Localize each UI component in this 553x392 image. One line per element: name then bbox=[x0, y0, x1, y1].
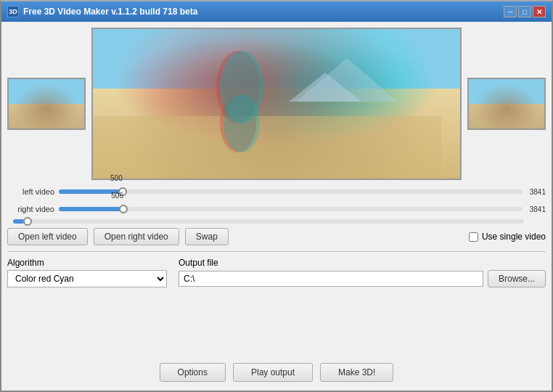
left-video-row: left video 500 3841 bbox=[7, 184, 546, 199]
open-right-video-button[interactable]: Open right video bbox=[94, 228, 179, 245]
output-row: Browse... bbox=[179, 270, 546, 287]
algorithm-select[interactable]: Color red Cyan Half Color Grayscale Opti… bbox=[7, 270, 167, 287]
algorithm-group: Algorithm Color red Cyan Half Color Gray… bbox=[7, 258, 167, 287]
right-video-row: right video 506 3841 bbox=[7, 202, 546, 216]
left-thumb-image bbox=[9, 79, 84, 128]
single-slider[interactable] bbox=[13, 219, 524, 224]
use-single-video-checkbox[interactable] bbox=[469, 232, 478, 242]
left-video-max: 3841 bbox=[530, 188, 546, 196]
algo-section: Algorithm Color red Cyan Half Color Gray… bbox=[7, 258, 546, 287]
output-file-label: Output file bbox=[179, 258, 546, 268]
swap-button[interactable]: Swap bbox=[185, 228, 229, 245]
right-video-slider-container: 506 bbox=[59, 202, 523, 216]
main-preview bbox=[91, 28, 462, 180]
single-slider-row bbox=[7, 219, 546, 224]
buttons-row: Open left video Open right video Swap Us… bbox=[7, 228, 546, 245]
left-thumbnail bbox=[7, 78, 86, 130]
right-video-label: right video bbox=[7, 205, 54, 213]
left-video-slider-container: 500 bbox=[59, 184, 523, 199]
close-button[interactable]: ✕ bbox=[533, 6, 546, 17]
use-single-video-label: Use single video bbox=[482, 232, 546, 242]
svg-point-4 bbox=[224, 94, 260, 152]
preview-area bbox=[7, 28, 546, 180]
window-title: Free 3D Video Maker v.1.1.2 build 718 be… bbox=[23, 7, 504, 17]
app-icon: 3D bbox=[7, 6, 19, 17]
window-controls: ─ □ ✕ bbox=[504, 6, 546, 17]
algorithm-label: Algorithm bbox=[7, 258, 167, 268]
play-output-button[interactable]: Play output bbox=[233, 363, 313, 382]
left-video-slider[interactable] bbox=[59, 189, 523, 194]
right-video-value: 506 bbox=[111, 192, 123, 200]
output-group: Output file Browse... bbox=[179, 258, 546, 287]
make-3d-button[interactable]: Make 3D! bbox=[320, 363, 393, 382]
browse-button[interactable]: Browse... bbox=[488, 270, 546, 287]
main-content: left video 500 3841 right video 506 3841 bbox=[1, 22, 552, 391]
left-video-label: left video bbox=[7, 187, 54, 196]
main-window: 3D Free 3D Video Maker v.1.1.2 build 718… bbox=[0, 0, 553, 392]
output-file-input[interactable] bbox=[179, 271, 483, 287]
divider bbox=[7, 251, 546, 252]
right-thumb-image bbox=[469, 79, 544, 128]
sliders-section: left video 500 3841 right video 506 3841 bbox=[7, 184, 546, 224]
open-left-video-button[interactable]: Open left video bbox=[7, 228, 88, 245]
maximize-button[interactable]: □ bbox=[518, 6, 531, 17]
titlebar: 3D Free 3D Video Maker v.1.1.2 build 718… bbox=[1, 1, 552, 22]
left-video-value: 500 bbox=[110, 174, 123, 182]
right-thumbnail bbox=[467, 78, 546, 130]
bottom-buttons: Options Play output Make 3D! bbox=[7, 363, 546, 385]
right-video-max: 3841 bbox=[530, 205, 546, 213]
preview-svg bbox=[93, 29, 460, 179]
right-video-slider[interactable] bbox=[59, 207, 523, 211]
options-button[interactable]: Options bbox=[160, 363, 226, 382]
use-single-video-group: Use single video bbox=[469, 232, 546, 242]
preview-image bbox=[93, 29, 460, 179]
svg-marker-6 bbox=[296, 58, 398, 102]
minimize-button[interactable]: ─ bbox=[504, 6, 517, 17]
svg-rect-0 bbox=[93, 116, 441, 179]
